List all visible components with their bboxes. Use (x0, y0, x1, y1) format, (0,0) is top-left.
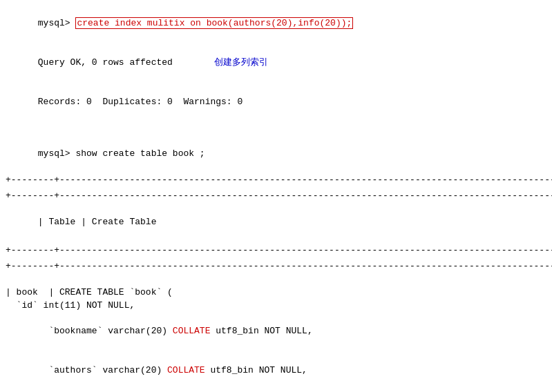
terminal-window: mysql> create index mulitix on book(auth… (0, 0, 552, 392)
result-line-1: Query OK, 0 rows affected创建多列索引 (6, 43, 546, 84)
table-header: | Table | Create Table (6, 203, 546, 242)
prompt-2: mysql> show create table book ; (38, 148, 205, 159)
create-line-1: | book | CREATE TABLE `book` ( (6, 286, 546, 300)
create-text-4: `authors` varchar(20) COLLATE utf8_bin N… (38, 365, 307, 375)
result-text-2: Records: 0 Duplicates: 0 Warnings: 0 (38, 97, 242, 107)
collate-1: COLLATE (173, 326, 211, 336)
create-text-3: `bookname` varchar(20) COLLATE utf8_bin … (38, 326, 313, 336)
command-1: create index mulitix on book(authors(20)… (75, 17, 353, 29)
header-text: | Table | Create Table (38, 217, 157, 227)
create-line-3: `bookname` varchar(20) COLLATE utf8_bin … (6, 312, 546, 351)
separator-5: +--------+------------------------------… (6, 244, 546, 257)
separator-7: +--------+------------------------------… (6, 260, 546, 273)
content-area: mysql> create index mulitix on book(auth… (6, 4, 546, 392)
blank-2 (6, 273, 546, 286)
separator-1: +--------+------------------------------… (6, 174, 546, 187)
collate-2: COLLATE (167, 365, 205, 375)
command-line-2: mysql> show create table book ; (6, 135, 546, 174)
create-line-2: `id` int(11) NOT NULL, (6, 300, 546, 313)
prompt-1: mysql> (38, 18, 76, 28)
separator-3: +--------+------------------------------… (6, 190, 546, 203)
result-line-2: Records: 0 Duplicates: 0 Warnings: 0 (6, 83, 546, 122)
annotation-1: 创建多列索引 (214, 57, 268, 67)
command-line-1: mysql> create index mulitix on book(auth… (6, 4, 546, 43)
result-text-1: Query OK, 0 rows affected (38, 57, 173, 68)
blank-1 (6, 122, 546, 135)
create-line-4: `authors` varchar(20) COLLATE utf8_bin N… (6, 351, 546, 391)
